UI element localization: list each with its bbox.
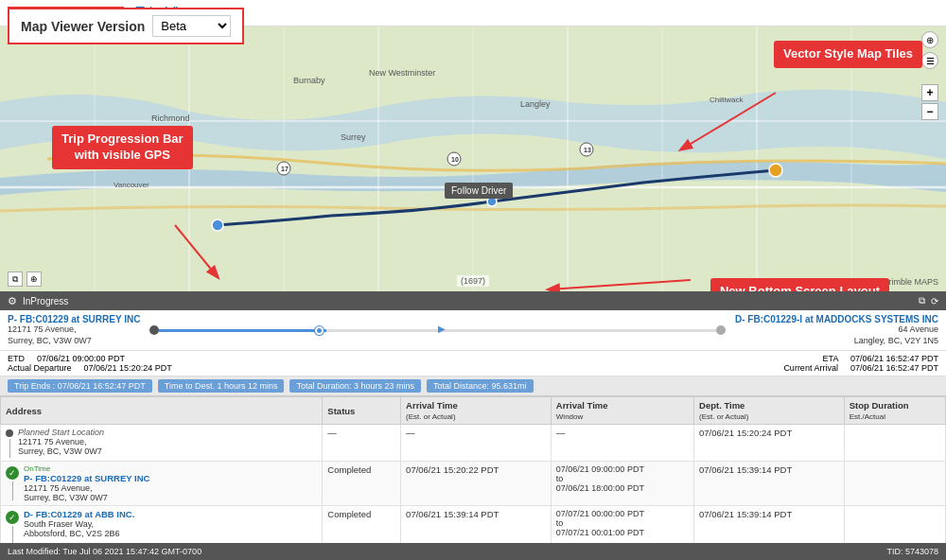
curr-arr-label: Current Arrival — [783, 363, 838, 373]
curr-arr-value: 07/06/21 16:52:47 PDT — [850, 363, 938, 373]
copy-icon-2[interactable]: ⊕ — [26, 271, 42, 287]
col-dept-time: Dept. Time(Est. or Actual) — [694, 397, 845, 425]
stop-check-icon: ✓ — [6, 466, 19, 480]
progress-arrow: ▶ — [438, 324, 446, 334]
svg-text:13: 13 — [584, 147, 591, 153]
zoom-in-button[interactable]: + — [921, 84, 938, 101]
map-zoom-controls: + − — [921, 84, 938, 120]
svg-text:17: 17 — [281, 166, 289, 172]
progress-bar-container: ▶ — [140, 314, 735, 346]
etd-block: ETD 07/06/21 09:00:00 PDT Actual Departu… — [8, 354, 172, 373]
map-bottom-icons: ⧉ ⊕ — [8, 271, 42, 287]
stop-addr-line1: South Fraser Way, — [24, 519, 134, 529]
footer-bar: Last Modified: Tue Jul 06 2021 15:47:42 … — [0, 543, 946, 560]
trip-stats-row: Trip Ends : 07/06/21 16:52:47 PDT Time t… — [0, 376, 946, 396]
col-address: Address — [1, 397, 323, 425]
refresh-status-button[interactable]: ⟳ — [931, 296, 938, 306]
dest-addr2: Langley, BC, V2Y 1N5 — [735, 336, 938, 347]
map-icon-group: ⊕ ☰ — [921, 31, 938, 69]
follow-driver-button[interactable]: Follow Driver — [445, 183, 513, 199]
annotation-new-layout: New Bottom Screen Layout — [710, 278, 889, 291]
svg-text:Langley: Langley — [520, 99, 551, 109]
dest-addr1: 64 Avenue — [735, 324, 938, 336]
map-scale: (1697) — [457, 275, 489, 287]
stop-duration-cell — [844, 425, 945, 462]
svg-point-13 — [769, 164, 782, 177]
stat-total-distance: Total Distance: 95.631mi — [427, 379, 534, 393]
last-modified-text: Last Modified: Tue Jul 06 2021 15:47:42 … — [8, 547, 201, 556]
stat-time-to-dest: Time to Dest. 1 hours 12 mins — [158, 379, 285, 393]
eta-label: ETA — [823, 354, 838, 363]
eta-block: ETA 07/06/21 16:52:47 PDT Current Arriva… — [783, 354, 938, 373]
map-version-banner: Map Viewer Version Beta Standard — [8, 8, 244, 44]
stop-addr-line2: Abbotsford, BC, V2S 2B6 — [24, 529, 134, 538]
trip-origin: P- FB:C01229 at SURREY INC 12171 75 Aven… — [8, 314, 140, 346]
svg-point-12 — [212, 219, 223, 231]
etd-eta-row: ETD 07/06/21 09:00:00 PDT Actual Departu… — [0, 351, 946, 376]
stop-addr-main: Planned Start Location — [18, 428, 104, 437]
copy-status-button[interactable]: ⧉ — [919, 295, 925, 306]
annotation-trip-progression: Trip Progression Bar with visible GPS — [52, 126, 193, 169]
map-icon-1[interactable]: ⊕ — [921, 31, 938, 48]
stop-address-cell: ✓ D- FB:C01229 at ABB INC. South Fraser … — [1, 506, 323, 543]
on-time-badge: OnTime — [24, 464, 149, 473]
stop-arrival-cell: — — [401, 425, 552, 462]
stop-addr-line1: 12171 75 Avenue, — [24, 483, 149, 493]
map-icon-2[interactable]: ☰ — [921, 52, 938, 69]
col-stop-duration: Stop DurationEst./Actual — [844, 397, 945, 425]
eta-value: 07/06/21 16:52:47 PDT — [850, 354, 938, 363]
status-bar: ⚙ InProgress ⧉ ⟳ — [0, 291, 946, 310]
stop-arrival-cell: 07/06/21 15:20:22 PDT — [401, 462, 552, 506]
stop-address-cell: Planned Start Location 12171 75 Avenue, … — [1, 425, 323, 462]
progress-end-dot — [716, 325, 726, 335]
actual-dep-value: 07/06/21 15:20:24 PDT — [84, 363, 172, 373]
stop-arrival-cell: 07/06/21 15:39:14 PDT — [401, 506, 552, 543]
stop-line — [12, 526, 13, 543]
stop-addr-line2: Surrey, BC, V3W 0W7 — [24, 493, 149, 502]
stops-table: Address Status Arrival Time(Est. or Actu… — [0, 396, 946, 543]
col-arrival-time: Arrival Time(Est. or Actual) — [401, 397, 552, 425]
trip-info-row: P- FB:C01229 at SURREY INC 12171 75 Aven… — [0, 310, 946, 351]
svg-text:Chilliwack: Chilliwack — [710, 96, 745, 104]
stop-duration-cell — [844, 506, 945, 543]
map-area: Burnaby New Westminster Richmond Surrey … — [0, 26, 946, 291]
progress-fill — [159, 329, 326, 332]
stop-window-cell: 07/07/21 00:00:00 PDTto07/07/21 00:01:00… — [551, 506, 693, 543]
stat-trip-ends: Trip Ends : 07/06/21 16:52:47 PDT — [8, 379, 152, 393]
stop-line — [12, 481, 13, 500]
stop-addr-main: P- FB:C01229 at SURREY INC — [24, 473, 149, 483]
map-version-select[interactable]: Beta Standard — [152, 15, 231, 37]
table-row: Planned Start Location 12171 75 Avenue, … — [1, 425, 946, 462]
stop-check-icon: ✓ — [6, 511, 19, 524]
stop-dept-cell: 07/06/21 15:20:24 PDT — [694, 425, 845, 462]
status-icon: ⚙ — [8, 295, 17, 307]
etd-label: ETD — [8, 354, 25, 363]
map-version-label: Map Viewer Version — [21, 19, 145, 34]
progress-current-dot — [315, 326, 324, 335]
status-text: InProgress — [23, 296, 68, 306]
tid-text: TID: 5743078 — [886, 547, 938, 556]
progress-track: ▶ — [159, 329, 716, 332]
svg-text:10: 10 — [451, 156, 459, 163]
stat-total-duration: Total Duration: 3 hours 23 mins — [289, 379, 421, 393]
table-row: ✓ D- FB:C01229 at ABB INC. South Fraser … — [1, 506, 946, 543]
origin-addr2: Surrey, BC, V3W 0W7 — [8, 336, 140, 347]
svg-text:New Westminster: New Westminster — [369, 68, 435, 78]
origin-addr1: 12171 75 Avenue, — [8, 324, 140, 336]
actual-dep-label: Actual Departure — [8, 363, 72, 373]
stop-dept-cell: 07/06/21 15:39:14 PDT — [694, 506, 845, 543]
stop-status-cell: Completed — [323, 462, 401, 506]
etd-value: 07/06/21 09:00:00 PDT — [37, 354, 125, 363]
stop-line — [9, 439, 10, 458]
main-container: Map Viewer Version Beta ▼ Trip Viewer — [0, 0, 946, 560]
annotation-vector-tiles: Vector Style Map Tiles — [774, 41, 922, 68]
trip-destination: D- FB:C01229-I at MADDOCKS SYSTEMS INC 6… — [735, 314, 938, 346]
table-row: ✓ OnTime P- FB:C01229 at SURREY INC 1217… — [1, 462, 946, 506]
stop-dot-icon — [6, 429, 13, 437]
progress-start-dot — [149, 325, 159, 335]
stop-status-cell: Completed — [323, 506, 401, 543]
copy-icon-1[interactable]: ⧉ — [8, 271, 23, 287]
stop-window-cell: — — [551, 425, 693, 462]
zoom-out-button[interactable]: − — [921, 103, 938, 120]
col-status: Status — [323, 397, 401, 425]
